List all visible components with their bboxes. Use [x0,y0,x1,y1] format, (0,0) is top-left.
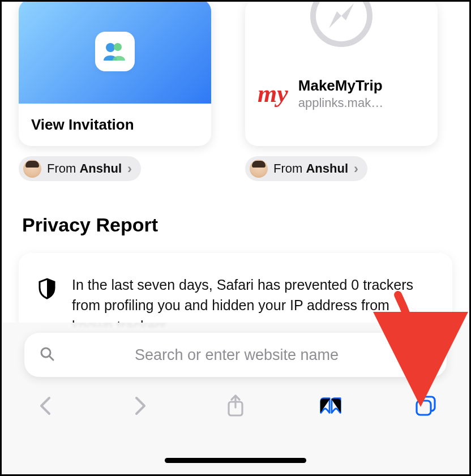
svg-line-6 [49,356,53,360]
search-icon [39,346,55,364]
avatar [23,160,41,178]
card-thumbnail [19,2,211,104]
svg-marker-4 [329,11,341,28]
shared-by-label: From Anshul [47,161,122,176]
forward-button[interactable] [129,394,152,418]
svg-rect-12 [417,401,431,415]
toolbar [2,394,469,418]
shared-cards-row: View Invitation my MakeMyTrip applinks.m [19,2,452,146]
bookmarks-button[interactable] [319,394,342,418]
privacy-report-text: In the last seven days, Safari has preve… [72,275,433,327]
safari-compass-icon [307,2,375,50]
makemytrip-logo: my [258,82,288,106]
share-button[interactable] [224,394,247,418]
tabs-button[interactable] [414,394,438,418]
shared-group-icon [95,32,135,71]
address-bar[interactable]: Search or enter website name [24,333,447,377]
shared-card-makemytrip[interactable]: my MakeMyTrip applinks.mak… [245,2,438,146]
privacy-report-title: Privacy Report [22,214,452,236]
shared-card-invitation[interactable]: View Invitation [19,2,211,146]
shared-by-pill[interactable]: From Anshul › [245,156,367,181]
svg-marker-3 [341,3,354,20]
card-thumbnail [245,2,438,67]
back-button[interactable] [33,394,57,418]
card-footer: View Invitation [19,104,211,146]
card-footer: my MakeMyTrip applinks.mak… [245,67,438,123]
bottom-bar: Search or enter website name [2,323,469,474]
card-subtitle: applinks.mak… [298,96,383,110]
svg-point-2 [313,2,370,44]
shield-icon [38,278,56,302]
card-label: View Invitation [31,116,134,134]
start-page: View Invitation my MakeMyTrip applinks.m [2,2,469,327]
shared-by-pill[interactable]: From Anshul › [19,156,141,181]
svg-point-1 [114,43,122,51]
chevron-right-icon: › [354,161,358,177]
card-title: MakeMyTrip [298,77,383,95]
shared-by-row: From Anshul › From Anshul › [19,156,452,181]
shared-by-label: From Anshul [273,161,348,176]
home-indicator [165,458,306,463]
svg-rect-7 [423,346,427,355]
privacy-report-card[interactable]: In the last seven days, Safari has preve… [19,253,452,327]
avatar [250,160,268,178]
svg-point-0 [106,43,115,52]
address-bar-placeholder: Search or enter website name [66,346,407,364]
microphone-icon[interactable] [418,345,432,365]
chevron-right-icon: › [127,161,132,177]
